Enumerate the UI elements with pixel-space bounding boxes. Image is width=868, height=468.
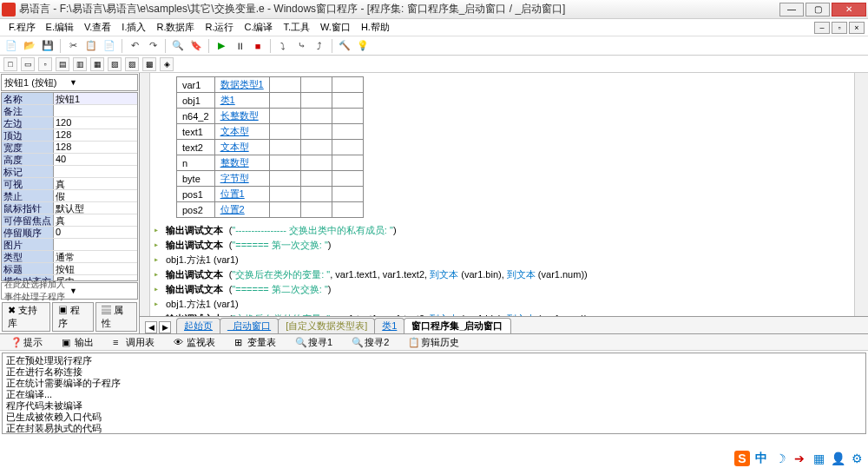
- step-into-icon[interactable]: ⤷: [293, 38, 309, 54]
- property-row[interactable]: 停留顺序0: [2, 227, 137, 239]
- menu-database[interactable]: R.数据库: [151, 21, 200, 34]
- person-icon[interactable]: 👤: [830, 451, 845, 466]
- property-value[interactable]: 120: [54, 117, 137, 129]
- out-tab-clipboard[interactable]: 📋剪辑历史: [401, 335, 466, 350]
- copy-icon[interactable]: 📋: [83, 38, 99, 54]
- tab-properties[interactable]: ▤ 属性: [95, 302, 137, 332]
- tab-next-button[interactable]: ▶: [159, 321, 171, 333]
- editor-tab[interactable]: 类1: [374, 318, 404, 333]
- property-row[interactable]: 可视真: [2, 178, 137, 190]
- ime-icon[interactable]: 中: [753, 451, 769, 466]
- property-value[interactable]: [54, 166, 137, 177]
- bookmark-icon[interactable]: 🔖: [188, 38, 204, 54]
- tool-j[interactable]: ◈: [160, 57, 174, 71]
- property-row[interactable]: 鼠标指针默认型: [2, 202, 137, 214]
- tool-g[interactable]: ▧: [108, 57, 122, 71]
- maximize-button[interactable]: ▢: [806, 3, 830, 16]
- event-selector[interactable]: 在此处选择加入事件处理子程序 ▼: [1, 282, 138, 300]
- variable-row[interactable]: text2文本型: [177, 140, 364, 155]
- out-tab-callstack[interactable]: ≡调用表: [106, 335, 161, 350]
- variable-row[interactable]: pos1位置1: [177, 187, 364, 202]
- code-line[interactable]: 输出调试文本 ("交换后在类外的变量: ", var1.text1, var1.…: [150, 312, 868, 316]
- property-row[interactable]: 备注: [2, 105, 137, 117]
- tool-e[interactable]: ▥: [73, 57, 87, 71]
- cut-icon[interactable]: ✂: [65, 38, 81, 54]
- new-icon[interactable]: 📄: [3, 38, 19, 54]
- out-tab-hint[interactable]: ❓提示: [3, 335, 49, 350]
- undo-icon[interactable]: ↶: [127, 38, 142, 54]
- child-close-button[interactable]: ×: [849, 22, 865, 34]
- stop-icon[interactable]: ■: [250, 38, 266, 54]
- code-line[interactable]: obj1.方法1 (var1): [150, 297, 868, 312]
- menu-help[interactable]: H.帮助: [356, 21, 395, 34]
- code-line[interactable]: 输出调试文本 ("---------------- 交换出类中的私有成员: "): [150, 223, 868, 238]
- output-pane[interactable]: 正在预处理现行程序正在进行名称连接正在统计需要编译的子程序正在编译...程序代码…: [2, 353, 866, 434]
- property-row[interactable]: 标题按钮: [2, 263, 137, 275]
- find-icon[interactable]: 🔍: [170, 38, 186, 54]
- object-selector[interactable]: 按钮1 (按钮) ▼: [1, 74, 138, 91]
- tab-support-lib[interactable]: ✖ 支持库: [2, 302, 50, 332]
- menu-program[interactable]: F.程序: [3, 21, 41, 34]
- property-row[interactable]: 图片: [2, 239, 137, 251]
- tool-f[interactable]: ▦: [90, 57, 104, 71]
- tool-c[interactable]: ▫: [38, 57, 52, 71]
- out-tab-vars[interactable]: ⊞变量表: [227, 335, 283, 350]
- out-tab-watch[interactable]: 👁监视表: [167, 335, 222, 350]
- step-out-icon[interactable]: ⤴: [312, 38, 327, 54]
- property-row[interactable]: 标记: [2, 166, 137, 178]
- property-value[interactable]: 0: [54, 227, 137, 238]
- gear-icon[interactable]: ⚙: [849, 451, 865, 466]
- tab-prev-button[interactable]: ◀: [145, 321, 157, 333]
- keyboard-icon[interactable]: ▦: [811, 451, 826, 466]
- minimize-button[interactable]: —: [779, 3, 804, 16]
- property-row[interactable]: 名称按钮1: [2, 93, 137, 105]
- property-row[interactable]: 类型通常: [2, 251, 137, 263]
- tool-i[interactable]: ▩: [142, 57, 156, 71]
- build-icon[interactable]: 🔨: [337, 38, 352, 54]
- knowledge-icon[interactable]: 💡: [355, 38, 371, 54]
- sogou-icon[interactable]: S: [734, 451, 750, 466]
- out-tab-search2[interactable]: 🔍搜寻2: [345, 335, 396, 350]
- menu-tools[interactable]: T.工具: [278, 21, 315, 34]
- property-value[interactable]: 默认型: [54, 202, 137, 214]
- tab-program[interactable]: ▣ 程序: [52, 302, 94, 332]
- tool-a[interactable]: □: [3, 57, 17, 71]
- property-value[interactable]: 真: [54, 178, 137, 189]
- out-tab-search1[interactable]: 🔍搜寻1: [288, 335, 339, 350]
- property-row[interactable]: 可停留焦点真: [2, 214, 137, 227]
- child-restore-button[interactable]: ▫: [832, 22, 847, 34]
- menu-window[interactable]: W.窗口: [315, 21, 356, 34]
- moon-icon[interactable]: ☽: [773, 451, 788, 466]
- property-grid[interactable]: 名称按钮1备注左边120顶边128宽度128高度40标记可视真禁止假鼠标指针默认…: [1, 92, 138, 281]
- editor-tab[interactable]: _启动窗口: [220, 318, 279, 333]
- property-row[interactable]: 宽度128: [2, 142, 137, 154]
- property-value[interactable]: 按钮1: [54, 93, 137, 104]
- paste-icon[interactable]: 📄: [102, 38, 117, 54]
- variable-row[interactable]: pos2位置2: [177, 202, 364, 218]
- variable-row[interactable]: byte字节型: [177, 171, 364, 187]
- property-row[interactable]: 高度40: [2, 154, 137, 166]
- step-over-icon[interactable]: ⤵: [275, 38, 291, 54]
- property-value[interactable]: 通常: [54, 251, 137, 262]
- close-button[interactable]: ✕: [832, 3, 866, 16]
- variable-row[interactable]: text1文本型: [177, 124, 364, 140]
- tool-d[interactable]: ▤: [56, 57, 69, 71]
- property-row[interactable]: 顶边128: [2, 129, 137, 142]
- tool-b[interactable]: ▭: [21, 57, 35, 71]
- property-value[interactable]: 128: [54, 142, 137, 153]
- variable-row[interactable]: n64_2长整数型: [177, 109, 364, 124]
- code-line[interactable]: obj1.方法1 (var1): [150, 253, 868, 267]
- menu-edit[interactable]: E.编辑: [41, 21, 79, 34]
- menu-view[interactable]: V.查看: [79, 21, 116, 34]
- menu-compile[interactable]: C.编译: [239, 21, 278, 34]
- run-icon[interactable]: ▶: [214, 38, 229, 54]
- editor-tab[interactable]: 起始页: [176, 318, 220, 333]
- pause-icon[interactable]: ⏸: [232, 38, 247, 54]
- property-value[interactable]: [54, 105, 137, 116]
- property-row[interactable]: 左边120: [2, 117, 137, 129]
- code-scroll[interactable]: var1数据类型1obj1类1n64_2长整数型text1文本型text2文本型…: [150, 73, 868, 316]
- property-value[interactable]: 假: [54, 190, 137, 201]
- gutter[interactable]: [140, 73, 150, 316]
- out-tab-output[interactable]: ▣输出: [55, 335, 101, 350]
- property-value[interactable]: 40: [54, 154, 137, 165]
